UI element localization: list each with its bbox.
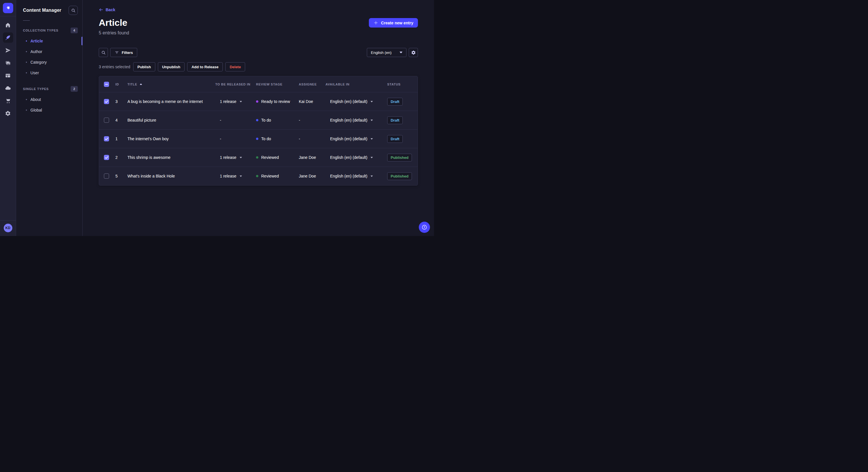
sidebar-item-article[interactable]: Article — [16, 36, 82, 46]
cell-id: 2 — [112, 155, 124, 160]
review-stage-dot — [256, 138, 258, 140]
cell-release-dropdown[interactable]: 1 release — [212, 174, 252, 178]
table-body: 3 A bug is becoming a meme on the intern… — [99, 92, 417, 185]
collection-types-section: COLLECTION TYPES 4 Article Author Catego… — [16, 28, 82, 78]
app-window: KD Content Manager COLLECTION TYPES 4 Ar… — [0, 0, 434, 236]
cell-status: Published — [383, 172, 417, 180]
cloud-icon[interactable] — [3, 83, 13, 93]
page-title: Article — [99, 18, 129, 28]
cell-title: This shrimp is awesome — [124, 155, 212, 160]
list-search-button[interactable] — [99, 48, 108, 57]
locale-select[interactable]: English (en) — [367, 48, 406, 57]
cell-locale-dropdown[interactable]: English (en) (default) — [322, 155, 383, 160]
cell-id: 4 — [112, 118, 124, 123]
home-icon[interactable] — [3, 20, 13, 30]
sidebar-item-global[interactable]: Global — [16, 105, 82, 115]
sidebar-item-author[interactable]: Author — [16, 46, 82, 57]
chevron-down-icon — [371, 101, 373, 102]
single-types-count-badge: 2 — [71, 86, 78, 92]
content-manager-feather-icon[interactable] — [3, 32, 13, 43]
bullet-icon — [26, 72, 27, 73]
cell-release-dropdown[interactable]: - — [212, 136, 252, 141]
cell-title: What's inside a Black Hole — [124, 174, 212, 178]
column-header-assignee: ASSIGNEE — [295, 82, 322, 86]
sidebar-item-about[interactable]: About — [16, 94, 82, 105]
status-badge: Published — [387, 172, 412, 180]
create-new-entry-button[interactable]: Create new entry — [369, 18, 418, 28]
entries-table: ID TITLE TO BE RELEASED IN REVIEW STAGE … — [99, 76, 418, 186]
cell-locale-dropdown[interactable]: English (en) (default) — [322, 118, 383, 123]
subnav-title: Content Manager — [23, 8, 61, 13]
table-header-row: ID TITLE TO BE RELEASED IN REVIEW STAGE … — [99, 76, 417, 92]
row-checkbox[interactable] — [104, 155, 109, 160]
table-row[interactable]: 2 This shrimp is awesome 1 release Revie… — [99, 148, 417, 167]
cell-assignee: Jane Doe — [295, 155, 322, 160]
content-type-builder-icon[interactable] — [3, 70, 13, 80]
selection-count-text: 3 entries selected — [99, 65, 130, 69]
delete-button[interactable]: Delete — [225, 62, 245, 71]
media-library-icon[interactable] — [3, 58, 13, 68]
strapi-logo-icon — [5, 5, 11, 11]
cell-assignee: Kai Doe — [295, 99, 322, 104]
row-checkbox[interactable] — [104, 173, 109, 179]
cell-assignee: - — [295, 136, 322, 141]
entries-count: 5 entries found — [99, 30, 129, 36]
column-header-review-stage: REVIEW STAGE — [252, 82, 295, 86]
cell-locale-dropdown[interactable]: English (en) (default) — [322, 136, 383, 141]
add-to-release-button[interactable]: Add to Release — [187, 62, 223, 71]
cell-review-stage: Reviewed — [252, 174, 295, 178]
sidebar-item-category[interactable]: Category — [16, 57, 82, 67]
gear-icon — [411, 50, 416, 55]
table-row[interactable]: 1 The internet's Own boy - To do - Engli… — [99, 129, 417, 148]
row-checkbox[interactable] — [104, 99, 109, 104]
marketplace-cart-icon[interactable] — [3, 96, 13, 106]
user-avatar[interactable]: KD — [4, 224, 12, 232]
cell-release-dropdown[interactable]: - — [212, 118, 252, 123]
cell-assignee: - — [295, 118, 322, 123]
releases-send-icon[interactable] — [3, 45, 13, 55]
sidebar-item-user[interactable]: User — [16, 67, 82, 78]
table-row[interactable]: 5 What's inside a Black Hole 1 release R… — [99, 167, 417, 185]
settings-gear-icon[interactable] — [3, 108, 13, 119]
publish-button[interactable]: Publish — [133, 62, 155, 71]
table-row[interactable]: 4 Beautiful picture - To do - English (e… — [99, 111, 417, 129]
back-link[interactable]: Back — [99, 7, 115, 12]
rail-divider — [0, 16, 16, 16]
collection-types-count-badge: 4 — [71, 28, 78, 33]
bullet-icon — [26, 40, 27, 42]
sort-ascending-icon — [140, 83, 142, 85]
status-badge: Draft — [387, 135, 403, 143]
review-stage-dot — [256, 156, 258, 159]
subnav-search-button[interactable] — [69, 6, 78, 15]
row-checkbox[interactable] — [104, 117, 109, 123]
bullet-icon — [26, 51, 27, 52]
cell-locale-dropdown[interactable]: English (en) (default) — [322, 174, 383, 178]
cell-release-dropdown[interactable]: 1 release — [212, 99, 252, 104]
search-icon — [71, 8, 76, 13]
cell-review-stage: To do — [252, 136, 295, 141]
row-checkbox[interactable] — [104, 136, 109, 141]
unpublish-button[interactable]: Unpublish — [158, 62, 185, 71]
cell-release-dropdown[interactable]: 1 release — [212, 155, 252, 160]
subnav-divider — [23, 20, 30, 21]
cell-locale-dropdown[interactable]: English (en) (default) — [322, 99, 383, 104]
filters-button[interactable]: Filters — [110, 48, 137, 57]
single-types-section: SINGLE TYPES 2 About Global — [16, 86, 82, 115]
cell-id: 1 — [112, 136, 124, 141]
cell-status: Draft — [383, 116, 417, 124]
chevron-down-icon — [371, 120, 373, 121]
table-row[interactable]: 3 A bug is becoming a meme on the intern… — [99, 92, 417, 111]
list-settings-button[interactable] — [409, 48, 418, 57]
bullet-icon — [26, 109, 27, 111]
cell-assignee: Jane Doe — [295, 174, 322, 178]
cell-review-stage: To do — [252, 118, 295, 123]
review-stage-dot — [256, 175, 258, 177]
content-manager-subnav: Content Manager COLLECTION TYPES 4 Artic… — [16, 0, 83, 236]
column-header-title-sort[interactable]: TITLE — [127, 82, 142, 86]
strapi-logo[interactable] — [3, 3, 13, 13]
section-label-collection-types: COLLECTION TYPES — [23, 29, 58, 32]
help-button[interactable]: ? — [419, 222, 430, 233]
chevron-down-icon — [371, 157, 373, 158]
cell-status: Draft — [383, 98, 417, 105]
select-all-checkbox[interactable] — [104, 82, 109, 87]
